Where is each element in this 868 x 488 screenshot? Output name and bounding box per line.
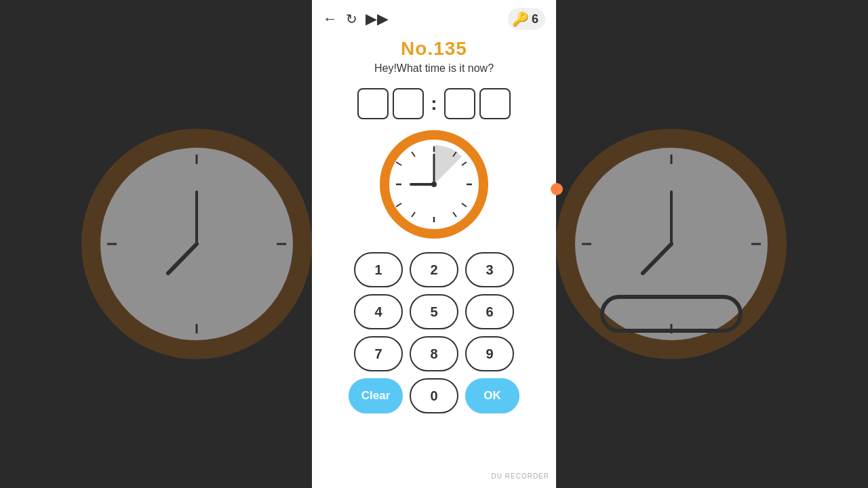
numpad-row-2: 4 5 6 xyxy=(346,294,522,329)
replay-button[interactable]: ↻ xyxy=(346,11,357,27)
time-box-m1 xyxy=(444,88,475,119)
svg-line-14 xyxy=(462,162,467,165)
num-button-8[interactable]: 8 xyxy=(410,336,458,371)
num-button-9[interactable]: 9 xyxy=(465,336,514,371)
time-box-h1 xyxy=(357,88,389,119)
clock-face xyxy=(380,130,488,239)
svg-line-25 xyxy=(643,244,671,273)
svg-line-15 xyxy=(396,162,401,165)
forward-button[interactable]: ▶▶ xyxy=(366,10,389,28)
numpad-row-1: 1 2 3 xyxy=(346,252,522,287)
center-panel: ← ↻ ▶▶ 🔑 6 No.135 Hey!What time is it no… xyxy=(312,0,556,488)
num-button-6[interactable]: 6 xyxy=(465,294,514,329)
watermark: DU RECORDER xyxy=(492,472,549,480)
svg-line-17 xyxy=(396,203,401,207)
svg-line-12 xyxy=(453,212,456,217)
orange-dot xyxy=(551,183,563,195)
key-badge: 🔑 6 xyxy=(508,8,545,30)
top-bar: ← ↻ ▶▶ 🔑 6 xyxy=(312,0,556,35)
clock-container xyxy=(380,130,488,239)
key-count: 6 xyxy=(532,12,538,26)
numpad-row-bottom: Clear 0 OK xyxy=(346,378,522,413)
time-input-row: : xyxy=(357,88,510,119)
background-left xyxy=(0,0,312,488)
numpad: 1 2 3 4 5 6 7 8 9 Clear 0 OK xyxy=(346,252,522,413)
time-colon: : xyxy=(431,93,437,115)
num-button-7[interactable]: 7 xyxy=(354,336,403,371)
num-button-1[interactable]: 1 xyxy=(354,252,403,287)
bg-clock-left xyxy=(81,129,312,359)
num-button-2[interactable]: 2 xyxy=(410,252,458,287)
numpad-row-3: 7 8 9 xyxy=(346,336,522,371)
clear-button[interactable]: Clear xyxy=(349,378,403,413)
num-button-3[interactable]: 3 xyxy=(465,252,514,287)
num-button-4[interactable]: 4 xyxy=(354,294,403,329)
bg-clock-right xyxy=(556,129,787,359)
back-button[interactable]: ← xyxy=(323,10,338,28)
svg-point-20 xyxy=(431,182,437,187)
clock-svg xyxy=(389,140,479,229)
num-button-5[interactable]: 5 xyxy=(410,294,458,329)
svg-line-11 xyxy=(412,152,415,157)
puzzle-number: No.135 xyxy=(401,38,467,60)
time-box-h2 xyxy=(393,88,424,119)
puzzle-question: Hey!What time is it now? xyxy=(374,62,494,75)
time-box-m2 xyxy=(479,88,511,119)
nav-icons: ← ↻ ▶▶ xyxy=(323,10,389,28)
svg-line-13 xyxy=(412,212,415,217)
ok-button[interactable]: OK xyxy=(465,378,519,413)
background-right xyxy=(556,0,868,488)
svg-line-4 xyxy=(168,244,197,273)
key-icon: 🔑 xyxy=(512,11,529,27)
num-button-0[interactable]: 0 xyxy=(410,378,458,413)
svg-line-16 xyxy=(462,203,467,207)
